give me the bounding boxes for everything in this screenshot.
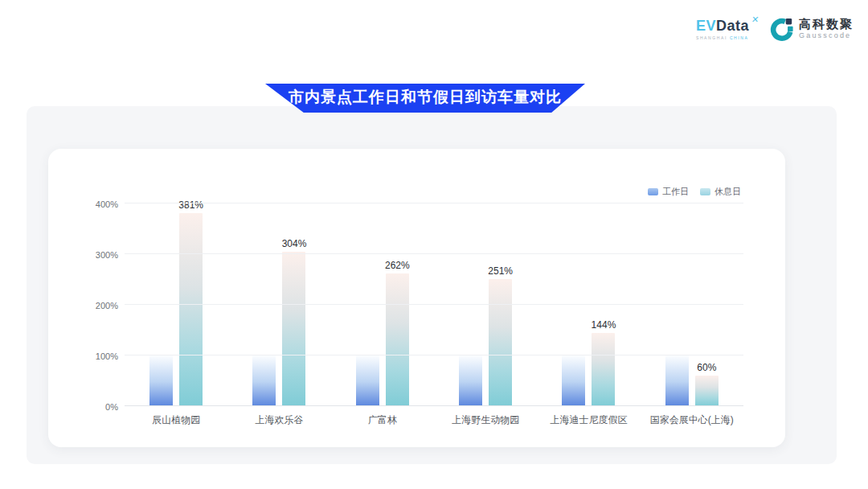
bar-restday: 251% [489,279,512,406]
y-axis-tick-label: 300% [96,250,118,260]
bar-group: 304%上海欢乐谷 [252,203,305,406]
x-axis-label: 国家会展中心(上海) [650,413,734,427]
evdata-logo: EVData ✕ SHANGHAI CHINA [696,18,759,40]
legend-label-workday: 工作日 [662,186,689,198]
bar-workday [665,355,689,406]
bar-value-label: 144% [592,319,616,331]
y-axis-tick-label: 0% [105,402,118,412]
x-axis-label: 上海迪士尼度假区 [550,413,627,427]
evdata-data-text: Data [716,18,749,34]
gridline [125,355,743,355]
bar-group: 60%国家会展中心(上海) [665,203,719,406]
bar-workday [149,355,173,406]
bar-restday: 144% [592,333,615,406]
legend-item-workday[interactable]: 工作日 [648,186,689,198]
evdata-subtext-china: CHINA [730,35,749,40]
gausscode-g-icon [770,16,794,42]
bar-restday: 60% [695,376,719,406]
bar-group: 262%广富林 [356,203,409,406]
x-axis-label: 上海野生动物园 [452,413,519,427]
bar-value-label: 304% [282,238,307,249]
gridline [125,203,743,203]
evdata-x-icon: ✕ [751,14,760,25]
bar-restday: 262% [386,273,409,406]
evdata-subtext-shanghai: SHANGHAI [696,35,727,40]
bar-group: 144%上海迪士尼度假区 [562,203,615,406]
chart-legend: 工作日 休息日 [648,186,741,198]
gridline [125,253,743,254]
legend-swatch-restday-icon [700,188,710,195]
legend-swatch-workday-icon [648,188,658,195]
bar-group: 251%上海野生动物园 [459,203,512,406]
bar-groups: 381%辰山植物园304%上海欢乐谷262%广富林251%上海野生动物园144%… [125,203,743,406]
gridline [125,304,743,305]
evdata-subtext: SHANGHAI CHINA [696,35,748,40]
bar-workday [356,355,379,406]
bar-workday [562,355,585,406]
bar-value-label: 251% [488,265,513,277]
gausscode-text: 高科数聚 Gausscode [799,18,854,39]
bar-value-label: 262% [385,260,410,271]
bar-restday: 381% [179,213,203,406]
x-axis-label: 辰山植物园 [152,413,200,427]
plot-area: 381%辰山植物园304%上海欢乐谷262%广富林251%上海野生动物园144%… [125,203,743,406]
y-axis-tick-label: 200% [96,301,118,310]
bar-group: 381%辰山植物园 [149,203,203,406]
bar-restday: 304% [282,252,305,406]
y-axis-tick-label: 400% [96,199,118,209]
gridline [125,405,743,406]
bar-workday [252,355,276,406]
bar-workday [459,355,482,406]
title-banner: 市内景点工作日和节假日到访车量对比 [265,84,585,113]
x-axis-label: 上海欢乐谷 [255,413,303,427]
bar-value-label: 381% [178,199,203,211]
evdata-wordmark: EVData [696,18,749,34]
chart-card: 工作日 休息日 381%辰山植物园304%上海欢乐谷262%广富林251%上海野… [48,149,785,447]
page-title: 市内景点工作日和节假日到访车量对比 [289,87,562,109]
header-logos: EVData ✕ SHANGHAI CHINA 高科数聚 Gausscode [696,16,854,42]
gausscode-name-cn: 高科数聚 [799,18,854,31]
legend-label-restday: 休息日 [714,186,741,198]
gausscode-logo: 高科数聚 Gausscode [770,16,854,42]
page-background: EVData ✕ SHANGHAI CHINA 高科数聚 Gausscode 市… [0,0,868,489]
y-axis-tick-label: 100% [96,351,118,361]
legend-item-restday[interactable]: 休息日 [700,186,741,198]
evdata-ev-text: EV [696,18,716,34]
x-axis-label: 广富林 [368,413,397,427]
bar-value-label: 60% [697,362,716,373]
gausscode-name-en: Gausscode [799,32,854,40]
